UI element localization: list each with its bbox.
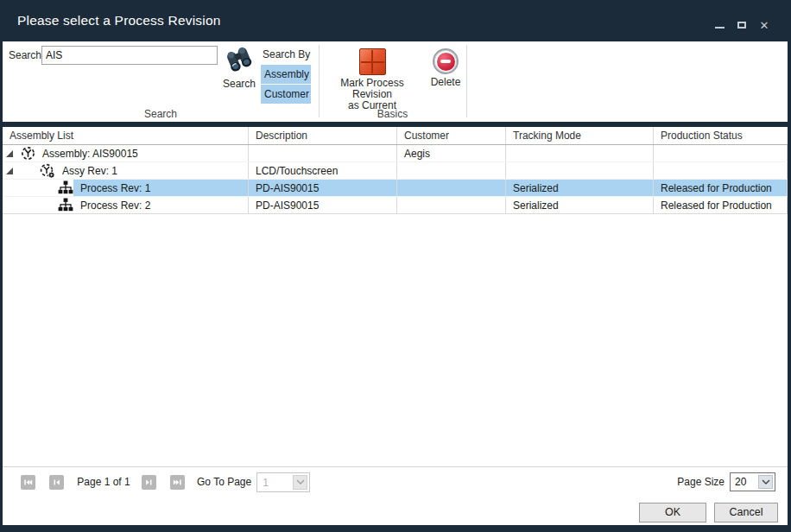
search-group-caption: Search (3, 108, 319, 120)
tree-indent (3, 162, 55, 179)
assembly-rev-icon (40, 163, 55, 179)
process-icon (58, 198, 73, 212)
ribbon-group-divider (466, 45, 467, 117)
search-by-label: Search By (263, 48, 310, 60)
column-header-description[interactable]: Description (249, 127, 397, 144)
grid-cell: Serialized (506, 180, 654, 196)
go-to-page-value: 1 (263, 477, 269, 489)
grid-cell (397, 197, 506, 213)
delete-button-label: Delete (423, 77, 468, 88)
mark-current-label-line1: Mark Process Revision (322, 78, 422, 100)
chevron-down-icon[interactable] (758, 475, 773, 489)
maximize-button[interactable] (736, 19, 748, 31)
grid-empty-area (3, 214, 788, 466)
binoculars-icon (225, 46, 254, 73)
grid-cell (506, 162, 654, 179)
page-size-value: 20 (735, 476, 746, 488)
column-header-tracking-mode[interactable]: Tracking Mode (506, 127, 654, 144)
table-row[interactable]: Assy Rev: 1LCD/Touchscreen (3, 162, 788, 180)
grid-cell: PD-AIS90015 (249, 180, 397, 196)
page-indicator: Page 1 of 1 (74, 476, 133, 488)
mark-current-icon (359, 48, 386, 75)
last-page-button[interactable] (170, 475, 185, 490)
basics-group-caption: Basics (319, 108, 466, 120)
grid-header: Assembly List Description Customer Track… (3, 127, 788, 145)
process-icon (58, 180, 73, 195)
window-title: Please select a Process Revision (17, 13, 221, 28)
tree-cell: Assy Rev: 1 (3, 162, 249, 179)
delete-icon (433, 48, 459, 74)
table-row[interactable]: Assembly: AIS90015Aegis (3, 145, 788, 162)
tree-cell: Process Rev: 1 (3, 180, 249, 196)
delete-button[interactable]: Delete (423, 47, 468, 88)
grid-cell (506, 145, 654, 162)
minimize-button[interactable] (713, 19, 725, 31)
search-button[interactable]: Search (218, 46, 260, 90)
grid-cell: PD-AIS90015 (249, 197, 397, 213)
next-page-button[interactable] (142, 475, 156, 490)
close-button[interactable]: ✕ (758, 19, 770, 31)
tree-cell: Assembly: AIS90015 (3, 145, 249, 162)
search-input[interactable] (41, 46, 218, 65)
title-bar: Please select a Process Revision ✕ (0, 0, 791, 41)
assembly-icon (21, 146, 35, 161)
grid-cell: LCD/Touchscreen (249, 162, 397, 179)
grid-cell (397, 162, 506, 179)
column-header-customer[interactable]: Customer (397, 127, 506, 144)
tree-node-label: Assembly: AIS90015 (35, 145, 248, 162)
go-to-page-label: Go To Page (197, 476, 251, 488)
chevron-down-icon[interactable] (293, 475, 307, 490)
ok-button[interactable]: OK (639, 503, 706, 522)
grid-cell (397, 180, 506, 196)
column-header-assembly-list[interactable]: Assembly List (3, 127, 249, 144)
search-by-customer-toggle[interactable]: Customer (261, 85, 311, 104)
cancel-button[interactable]: Cancel (714, 503, 778, 522)
previous-page-button[interactable] (49, 475, 64, 490)
tree-expander-icon[interactable] (6, 168, 13, 174)
page-size-combo[interactable]: 20 (730, 472, 775, 491)
tree-indent (3, 180, 73, 196)
grid-cell: Released for Production (654, 180, 788, 196)
grid-rows: Assembly: AIS90015AegisAssy Rev: 1LCD/To… (3, 145, 788, 214)
tree-node-label: Assy Rev: 1 (55, 162, 248, 179)
grid-cell: Serialized (506, 197, 654, 213)
table-row[interactable]: Process Rev: 1PD-AIS90015SerializedRelea… (3, 180, 788, 197)
grid-cell (654, 162, 788, 179)
tree-cell: Process Rev: 2 (3, 197, 249, 213)
toolbar-ribbon: Search Search Search By Assem (3, 41, 788, 122)
tree-node-label: Process Rev: 2 (73, 197, 248, 213)
grid-cell: Aegis (397, 145, 506, 162)
tree-indent (3, 145, 35, 162)
dialog-content: Assembly List Description Customer Track… (3, 127, 788, 525)
grid-cell (654, 145, 788, 162)
tree-expander-icon[interactable] (6, 150, 13, 157)
mark-process-revision-current-button[interactable]: Mark Process Revision as Current (322, 47, 422, 111)
search-by-assembly-toggle[interactable]: Assembly (261, 65, 311, 84)
grid-cell (249, 145, 397, 162)
tree-node-label: Process Rev: 1 (73, 180, 248, 196)
pager-bar: Page 1 of 1 Go To Page 1 Page Size 20 (3, 466, 788, 497)
page-size-label: Page Size (677, 476, 725, 488)
column-header-production-status[interactable]: Production Status (654, 127, 788, 144)
ribbon-group-divider (319, 45, 320, 117)
grid-cell: Released for Production (654, 197, 788, 213)
search-button-label: Search (218, 79, 260, 90)
search-field-label: Search (9, 49, 41, 61)
tree-indent (3, 197, 73, 213)
window-controls: ✕ (713, 19, 770, 31)
table-row[interactable]: Process Rev: 2PD-AIS90015SerializedRelea… (3, 197, 788, 214)
go-to-page-combo[interactable]: 1 (256, 472, 310, 492)
first-page-button[interactable] (21, 475, 35, 490)
dialog-footer: OK Cancel (3, 497, 788, 525)
